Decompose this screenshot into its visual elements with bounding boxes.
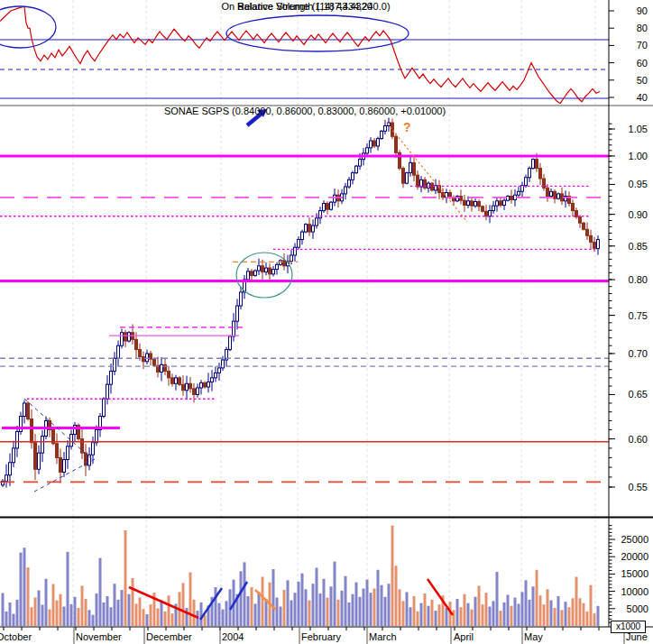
volume-bar [99,558,102,626]
candle [9,463,12,475]
price-axis-label: 0.55 [629,482,648,492]
volume-bar [23,547,26,626]
volume-bar [510,606,513,626]
volume-bar [572,598,575,626]
rsi-axis-label: 70 [637,40,648,51]
candle [92,443,95,455]
candle [254,271,257,275]
volume-bar [539,595,542,626]
volume-bar [496,572,499,626]
candle [135,339,138,349]
candle [366,148,369,153]
volume-bar [52,584,55,626]
volume-bar [88,610,91,626]
price-axis-label: 1.05 [629,124,648,134]
volume-bar [204,615,207,626]
candle [262,266,264,272]
volume-bar [388,584,391,626]
candle [60,457,62,472]
month-label: November [76,631,122,642]
volume-bar [514,598,517,626]
volume-bar [478,585,481,626]
volume-bar [121,590,124,626]
chart-canvas[interactable]: 9080706050401.051.000.950.900.850.800.75… [0,0,653,644]
volume-bar [565,602,567,626]
candle [406,173,409,184]
candle [124,333,127,341]
candle [312,225,315,232]
candle [13,448,15,463]
price-level-lines [0,156,609,483]
candle [207,382,210,387]
volume-bar [301,574,304,626]
volume-bar [399,589,401,626]
rsi-axis-label: 90 [637,5,648,16]
volume-bar [597,606,600,626]
candle [305,225,308,232]
volume-bar [550,601,553,626]
volume-bar [287,580,290,626]
volume-bar [171,613,174,626]
month-label: March [369,631,397,642]
candle [5,475,8,482]
candle [67,446,69,460]
volume-bar [78,608,80,626]
candle [290,255,293,262]
volume-bar [521,592,524,626]
volume-bar [460,607,463,626]
candle [153,359,156,365]
volume-bar [135,603,138,626]
volume-bar [20,553,23,626]
candle [179,378,181,384]
volume-bar [428,606,430,626]
candle [182,384,185,391]
volume-bar [381,585,383,626]
candle [272,270,275,274]
candle [189,383,192,389]
volume-bar [384,597,387,626]
candle [586,229,589,235]
candle [200,382,203,388]
month-label: May [524,631,543,642]
volume-bar [348,603,351,626]
candle [269,268,271,274]
volume-bar [265,599,268,626]
candle [478,201,481,206]
volume-bar [103,603,106,626]
month-label: February [301,631,342,642]
question-annotation: ? [403,120,411,134]
volume-bar [106,596,109,626]
candle [413,162,416,175]
volume-bar [258,592,261,626]
candle [294,247,297,255]
candle [308,225,311,232]
volume-bar [366,580,369,626]
volume-bar [489,606,492,626]
volume-bar [272,569,275,626]
candle [547,188,549,196]
volume-bar [186,608,189,626]
volume-bar [240,571,243,626]
volume-unit-box: x1000 [611,621,646,633]
month-label: 2004 [222,631,244,642]
volume-bar [150,604,152,626]
candle [251,271,253,276]
volume-bar [532,586,535,626]
volume-bar [456,599,459,626]
volume-bar [262,576,264,626]
candle [81,439,84,454]
candle [489,211,492,216]
volume-bar [193,600,196,626]
candle [370,141,372,148]
candlesticks [2,118,600,488]
candle [319,211,322,218]
volume-bar [56,601,59,626]
volume-bar [500,611,502,626]
candle [41,437,44,454]
volume-bar [13,614,15,626]
volume-bar [9,603,12,626]
volume-bar [38,590,41,626]
rsi-panel [0,6,609,104]
volume-bar [417,612,419,626]
volume-bar [161,601,163,626]
